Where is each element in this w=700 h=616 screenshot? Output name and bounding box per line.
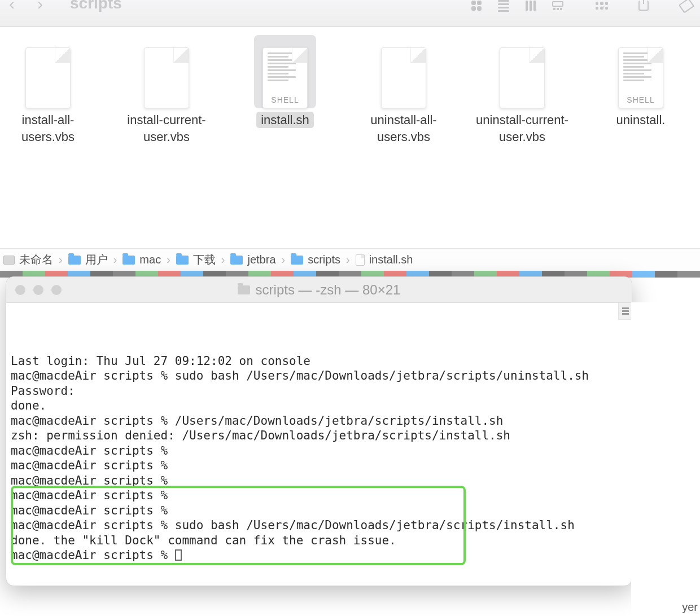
folder-icon bbox=[123, 256, 135, 265]
terminal-titlebar[interactable]: scripts — -zsh — 80×21 bbox=[6, 277, 632, 303]
file-name-label: install.sh bbox=[256, 112, 314, 129]
file-name-label: install-current-user.vbs bbox=[119, 112, 215, 145]
terminal-line: Password: bbox=[11, 384, 629, 399]
breadcrumb-separator: › bbox=[346, 253, 350, 266]
column-view-button[interactable] bbox=[517, 0, 544, 15]
breadcrumb-separator: › bbox=[59, 253, 63, 266]
breadcrumb-segment[interactable]: jetbra bbox=[230, 253, 275, 266]
window-title: scripts bbox=[70, 0, 122, 12]
breadcrumb-separator: › bbox=[282, 253, 286, 266]
breadcrumb-label: 用户 bbox=[85, 252, 108, 267]
breadcrumb-separator: › bbox=[167, 253, 170, 266]
breadcrumb-label: mac bbox=[139, 253, 161, 266]
folder-icon bbox=[238, 285, 250, 294]
gallery-icon bbox=[552, 1, 563, 10]
terminal-sidebar-toggle[interactable] bbox=[618, 303, 632, 320]
file-name-label: install-all-users.vbs bbox=[0, 112, 96, 145]
share-icon bbox=[638, 1, 649, 11]
file-icon bbox=[17, 35, 79, 108]
share-button[interactable] bbox=[630, 0, 657, 15]
breadcrumb-segment[interactable]: mac bbox=[123, 253, 161, 266]
folder-icon bbox=[230, 256, 243, 265]
columns-icon bbox=[526, 1, 536, 11]
breadcrumb-segment[interactable]: install.sh bbox=[356, 253, 413, 266]
shell-file-icon: SHELL bbox=[610, 35, 672, 108]
file-item[interactable]: install-all-users.vbs bbox=[0, 35, 96, 248]
terminal-body[interactable]: Last login: Thu Jul 27 09:12:02 on conso… bbox=[6, 303, 632, 586]
terminal-window: scripts — -zsh — 80×21 Last login: Thu J… bbox=[6, 276, 632, 586]
breadcrumb-label: jetbra bbox=[247, 253, 275, 266]
file-item[interactable]: install-current-user.vbs bbox=[119, 35, 215, 248]
back-icon[interactable]: ‹ bbox=[9, 0, 15, 14]
cursor bbox=[175, 549, 182, 561]
breadcrumb-separator: › bbox=[113, 253, 117, 266]
file-icon bbox=[373, 35, 435, 108]
breadcrumb-segment[interactable]: 用户 bbox=[68, 252, 108, 267]
folder-icon bbox=[176, 256, 189, 265]
gallery-view-button[interactable] bbox=[544, 0, 571, 15]
terminal-line: mac@macdeAir scripts % bbox=[11, 443, 629, 459]
terminal-line: Last login: Thu Jul 27 09:12:02 on conso… bbox=[11, 354, 629, 369]
breadcrumb-label: scripts bbox=[308, 253, 340, 266]
folder-icon bbox=[68, 256, 81, 265]
doc-icon bbox=[356, 254, 365, 266]
view-mode-group bbox=[463, 0, 571, 15]
folder-icon bbox=[291, 256, 303, 265]
path-bar: 未命名›用户›mac›下载›jetbra›scripts›install.sh bbox=[0, 248, 700, 271]
list-view-button[interactable] bbox=[490, 0, 517, 15]
terminal-line: zsh: permission denied: /Users/mac/Downl… bbox=[11, 428, 629, 443]
terminal-line: mac@macdeAir scripts % sudo bash /Users/… bbox=[11, 368, 629, 384]
background-window-edge: yer bbox=[631, 302, 700, 616]
forward-icon[interactable]: › bbox=[37, 0, 43, 14]
tags-button[interactable] bbox=[673, 0, 700, 15]
shell-badge: SHELL bbox=[619, 95, 663, 104]
terminal-line: mac@macdeAir scripts % bbox=[11, 473, 629, 489]
file-name-label: uninstall-all-users.vbs bbox=[356, 112, 452, 145]
file-item[interactable]: SHELLuninstall. bbox=[593, 35, 689, 248]
breadcrumb-label: 下载 bbox=[193, 252, 216, 267]
file-item[interactable]: uninstall-current-user.vbs bbox=[474, 35, 570, 248]
terminal-line: mac@macdeAir scripts % sudo bash /Users/… bbox=[11, 518, 629, 533]
terminal-line: mac@macdeAir scripts % bbox=[11, 503, 629, 518]
grid-icon bbox=[471, 1, 482, 11]
breadcrumb-segment[interactable]: 下载 bbox=[176, 252, 216, 267]
terminal-line: done. the "kill Dock" command can fix th… bbox=[11, 533, 629, 548]
terminal-line: mac@macdeAir scripts % /Users/mac/Downlo… bbox=[11, 413, 629, 429]
icon-view-button[interactable] bbox=[463, 0, 490, 15]
terminal-line: mac@macdeAir scripts % bbox=[11, 548, 629, 563]
tag-icon bbox=[679, 0, 694, 14]
chevron-down-icon: ⌄ bbox=[600, 2, 606, 10]
terminal-line: mac@macdeAir scripts % bbox=[11, 488, 629, 503]
breadcrumb-label: install.sh bbox=[369, 253, 413, 266]
shell-file-icon: SHELL bbox=[254, 35, 316, 108]
breadcrumb-separator: › bbox=[221, 253, 225, 266]
shell-badge: SHELL bbox=[263, 95, 307, 104]
file-item[interactable]: SHELLinstall.sh bbox=[237, 35, 333, 248]
file-grid[interactable]: install-all-users.vbsinstall-current-use… bbox=[0, 27, 700, 248]
file-icon bbox=[491, 35, 553, 108]
list-icon bbox=[498, 0, 509, 12]
file-item[interactable]: uninstall-all-users.vbs bbox=[356, 35, 452, 248]
menu-icon bbox=[622, 310, 629, 312]
terminal-line: mac@macdeAir scripts % bbox=[11, 458, 629, 473]
file-name-label: uninstall. bbox=[616, 112, 666, 129]
breadcrumb-segment[interactable]: 未命名 bbox=[3, 252, 53, 267]
file-name-label: uninstall-current-user.vbs bbox=[474, 112, 570, 145]
group-by-button[interactable]: ⌄ bbox=[587, 0, 614, 15]
breadcrumb-label: 未命名 bbox=[19, 252, 53, 267]
file-icon bbox=[135, 35, 198, 108]
terminal-line: done. bbox=[11, 398, 629, 413]
background-text-fragment: yer bbox=[682, 601, 698, 614]
disk-icon bbox=[3, 256, 15, 265]
terminal-title: scripts — -zsh — 80×21 bbox=[256, 282, 401, 298]
breadcrumb-segment[interactable]: scripts bbox=[291, 253, 340, 266]
finder-toolbar: ‹ › scripts ⌄ bbox=[0, 0, 700, 27]
